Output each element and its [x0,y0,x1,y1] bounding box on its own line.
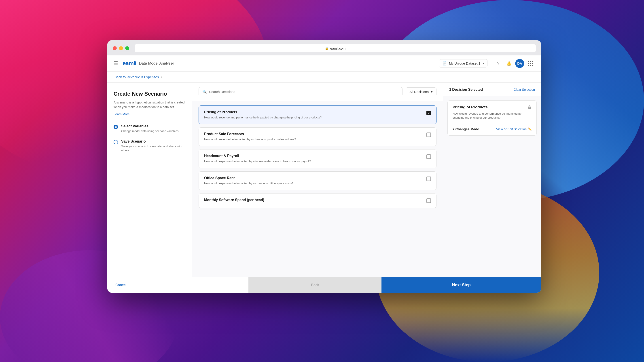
left-sidebar: Create New Scenario A scenario is a hypo… [107,83,192,277]
middle-content: 🔍 All Decisions ▾ Pricing of Products Ho… [192,83,443,277]
delete-decision-button[interactable]: 🗑 [528,105,532,109]
filter-label: All Decisions [410,90,429,94]
decision-checkbox-pricing-of-products[interactable] [426,111,431,115]
changes-count: 2 Changes Made [452,127,479,131]
help-icon: ? [497,61,499,66]
decision-title-headcount-payroll: Headcount & Payroll [204,154,422,158]
chevron-down-icon: ▾ [482,62,484,65]
step-save-scenario[interactable]: Save Scenario Save your scenario to view… [114,139,186,152]
sidebar-description: A scenario is a hypothetical situation t… [114,100,186,109]
step-radio-save-scenario [114,140,118,144]
help-button[interactable]: ? [494,59,503,68]
selection-count: 1 Decision Selected [449,88,483,92]
dataset-selector[interactable]: 📄 My Unique Dataset 1 ▾ [439,59,488,67]
decision-title-pricing-of-products: Pricing of Products [204,110,422,114]
decision-desc-pricing-of-products: How would revenue and performance be imp… [204,115,422,120]
browser-chrome: 🔒 eamli.com [107,40,541,55]
avatar-initials: DA [517,61,522,65]
selected-decision-desc: How would revenue and performance be imp… [452,112,532,120]
breadcrumb: Back to Revenue & Expenses / [107,71,541,83]
decision-checkbox-office-space-rent[interactable] [426,177,431,181]
filter-chevron-icon: ▾ [431,90,433,94]
right-panel-header: 1 Decision Selected Clear Selection [443,83,541,96]
main-content: Back to Revenue & Expenses / Create New … [107,71,541,293]
search-bar: 🔍 All Decisions ▾ [192,83,443,101]
lock-icon: 🔒 [325,47,328,50]
grid-icon [528,61,533,66]
step-desc-select-variables: Change model data using scenario variabl… [121,129,179,133]
sidebar-title: Create New Scenario [114,91,186,97]
decision-desc-office-space-rent: How would expenses be impacted by a chan… [204,181,422,185]
footer-bar: Cancel Back Next Step [107,277,541,293]
decision-card-pricing-of-products[interactable]: Pricing of Products How would revenue an… [198,105,436,124]
right-panel: 1 Decision Selected Clear Selection Pric… [443,83,541,277]
selected-decision-card: Pricing of Products 🗑 How would revenue … [448,100,537,136]
edit-icon: ✏️ [528,127,532,131]
dataset-icon: 📄 [442,61,447,65]
avatar-button[interactable]: DA [515,59,524,68]
search-icon: 🔍 [202,90,207,94]
decision-title-monthly-software-spend: Monthly Software Spend (per head) [204,198,422,202]
decision-card-office-space-rent[interactable]: Office Space Rent How would expenses be … [198,171,436,190]
decision-card-product-sale-forecasts[interactable]: Product Sale Forecasts How would revenue… [198,127,436,146]
learn-more-link[interactable]: Learn More [114,112,130,116]
decision-desc-product-sale-forecasts: How would revenue be impacted by a chang… [204,137,422,141]
step-radio-select-variables [114,125,118,129]
step-desc-save-scenario: Save your scenario to view later and sha… [121,144,186,152]
decision-desc-headcount-payroll: How would expenses be impacted by a incr… [204,159,422,163]
changes-row: 2 Changes Made View or Edit Selection ✏️ [452,124,532,131]
view-edit-selection-link[interactable]: View or Edit Selection ✏️ [496,127,532,131]
notification-button[interactable]: 🔔 [504,59,514,68]
page-layout: Create New Scenario A scenario is a hypo… [107,83,541,277]
footer-cancel-section: Cancel [107,277,249,293]
cancel-button[interactable]: Cancel [116,283,126,287]
url-text: eamli.com [330,46,346,50]
back-button[interactable]: Back [311,283,319,287]
app-title: Data Model Analyser [139,61,174,66]
minimize-button[interactable] [119,46,123,50]
selected-decision-title: Pricing of Products [452,105,488,109]
step-select-variables[interactable]: Select Variables Change model data using… [114,124,186,133]
step-label-save-scenario: Save Scenario [121,139,186,143]
dataset-label: My Unique Dataset 1 [449,61,480,65]
filter-dropdown[interactable]: All Decisions ▾ [406,87,436,96]
app-logo: eamli [122,60,136,67]
footer-next-section[interactable]: Next Step [382,277,541,293]
decision-checkbox-product-sale-forecasts[interactable] [426,132,431,137]
decision-card-monthly-software-spend[interactable]: Monthly Software Spend (per head) [198,193,436,208]
search-input[interactable] [209,90,399,94]
decisions-list: Pricing of Products How would revenue an… [192,101,443,277]
decision-title-office-space-rent: Office Space Rent [204,176,422,180]
traffic-lights [113,46,129,50]
breadcrumb-separator: / [161,75,162,79]
close-button[interactable] [113,46,117,50]
decision-checkbox-monthly-software-spend[interactable] [426,198,431,203]
footer-back-section[interactable]: Back [249,277,382,293]
app-bar: ☰ eamli Data Model Analyser 📄 My Unique … [107,55,541,71]
browser-window: 🔒 eamli.com ☰ eamli Data Model Analyser … [107,40,541,293]
steps-list: Select Variables Change model data using… [114,124,186,153]
step-label-select-variables: Select Variables [121,124,179,128]
next-step-button[interactable]: Next Step [452,283,471,287]
view-edit-label: View or Edit Selection [496,127,526,131]
search-input-wrap[interactable]: 🔍 [198,87,402,96]
address-bar[interactable]: 🔒 eamli.com [134,44,536,52]
hamburger-icon[interactable]: ☰ [114,60,118,66]
clear-selection-button[interactable]: Clear Selection [514,88,535,91]
maximize-button[interactable] [125,46,129,50]
decision-card-headcount-payroll[interactable]: Headcount & Payroll How would expenses b… [198,149,436,168]
breadcrumb-back-link[interactable]: Back to Revenue & Expenses [114,75,159,79]
decision-title-product-sale-forecasts: Product Sale Forecasts [204,132,422,136]
notification-icon: 🔔 [506,61,512,66]
decision-checkbox-headcount-payroll[interactable] [426,154,431,159]
grid-menu-button[interactable] [526,59,535,68]
